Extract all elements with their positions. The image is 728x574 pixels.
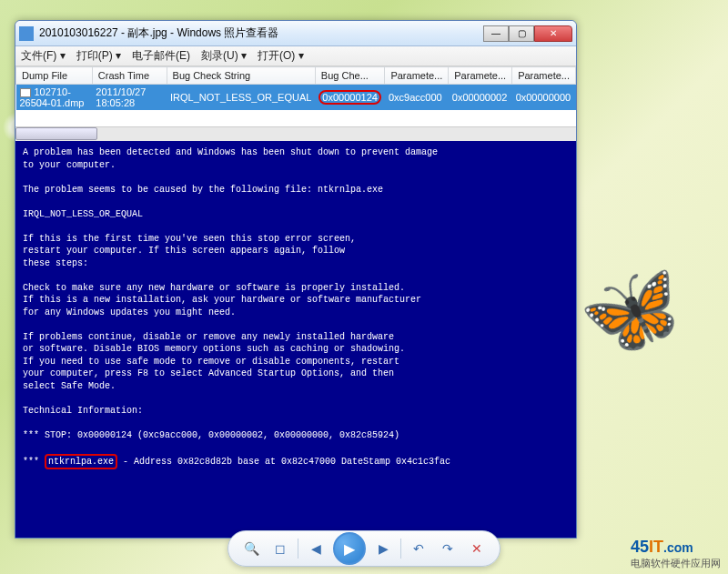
- cell-bug-check-string: IRQL_NOT_LESS_OR_EQUAL: [167, 85, 315, 111]
- titlebar[interactable]: 2010103016227 - 副本.jpg - Windows 照片查看器 —…: [15, 21, 576, 46]
- viewer-toolbar: 🔍 ◻ ◀ ▶ ▶ ↶ ↷ ✕: [228, 530, 500, 567]
- col-param1[interactable]: Paramete...: [385, 67, 449, 85]
- close-button[interactable]: ✕: [534, 25, 572, 42]
- cell-param3: 0x00000000: [512, 85, 576, 111]
- cell-dump-file: 102710-26504-01.dmp: [16, 85, 93, 111]
- table-row[interactable]: 102710-26504-01.dmp 2011/10/27 18:05:28 …: [16, 85, 576, 111]
- col-bug-check-string[interactable]: Bug Check String: [167, 67, 315, 85]
- col-param3[interactable]: Paramete...: [512, 67, 576, 85]
- cell-param1: 0xc9acc000: [385, 85, 449, 111]
- scrollbar-track[interactable]: [15, 127, 576, 141]
- window-title: 2010103016227 - 副本.jpg - Windows 照片查看器: [39, 25, 483, 41]
- viewer-content: Dump File Crash Time Bug Check String Bu…: [15, 66, 576, 538]
- photo-viewer-window: 2010103016227 - 副本.jpg - Windows 照片查看器 —…: [15, 20, 577, 539]
- menu-print[interactable]: 打印(P) ▾: [76, 48, 121, 64]
- dump-table: Dump File Crash Time Bug Check String Bu…: [15, 66, 576, 126]
- bug-check-highlight: 0x00000124: [318, 90, 381, 105]
- app-icon: [19, 26, 34, 41]
- menu-email[interactable]: 电子邮件(E): [132, 48, 190, 64]
- toolbar-separator: [298, 539, 298, 559]
- prev-button[interactable]: ◀: [304, 537, 328, 560]
- background-butterfly: 🦋: [570, 252, 693, 370]
- minimize-button[interactable]: —: [483, 25, 509, 42]
- rotate-ccw-button[interactable]: ↶: [407, 537, 430, 560]
- table-header-row: Dump File Crash Time Bug Check String Bu…: [16, 67, 576, 85]
- menubar: 文件(F) ▾ 打印(P) ▾ 电子邮件(E) 刻录(U) ▾ 打开(O) ▾: [15, 46, 576, 66]
- horizontal-scrollbar[interactable]: [15, 126, 576, 141]
- menu-file[interactable]: 文件(F) ▾: [21, 48, 66, 64]
- cell-param2: 0x00000002: [449, 85, 512, 111]
- driver-highlight: ntkrnlpa.exe: [45, 454, 117, 470]
- rotate-cw-button[interactable]: ↷: [436, 537, 460, 560]
- file-icon: [20, 88, 31, 97]
- slideshow-button[interactable]: ▶: [333, 532, 366, 565]
- zoom-button[interactable]: 🔍: [239, 537, 263, 560]
- menu-burn[interactable]: 刻录(U) ▾: [201, 48, 247, 64]
- bsod-panel: A problem has been detected and Windows …: [15, 141, 576, 538]
- scrollbar-thumb[interactable]: [15, 127, 97, 140]
- col-bug-check[interactable]: Bug Che...: [315, 67, 385, 85]
- menu-open[interactable]: 打开(O) ▾: [258, 48, 304, 64]
- col-crash-time[interactable]: Crash Time: [92, 67, 167, 85]
- watermark-domain: 45IT.com: [631, 538, 721, 557]
- cell-crash-time: 2011/10/27 18:05:28: [92, 85, 167, 111]
- fit-button[interactable]: ◻: [268, 537, 292, 560]
- col-dump-file[interactable]: Dump File: [16, 67, 93, 85]
- delete-button[interactable]: ✕: [465, 537, 489, 560]
- col-param2[interactable]: Paramete...: [449, 67, 512, 85]
- maximize-button[interactable]: ▢: [509, 25, 534, 42]
- toolbar-separator: [400, 539, 401, 559]
- watermark: 45IT.com 电脑软件硬件应用网: [631, 538, 721, 570]
- cell-bug-check: 0x00000124: [315, 85, 385, 111]
- window-controls: — ▢ ✕: [483, 25, 572, 42]
- blank-row: [16, 110, 576, 126]
- watermark-sub: 电脑软件硬件应用网: [631, 557, 721, 570]
- next-button[interactable]: ▶: [371, 537, 395, 560]
